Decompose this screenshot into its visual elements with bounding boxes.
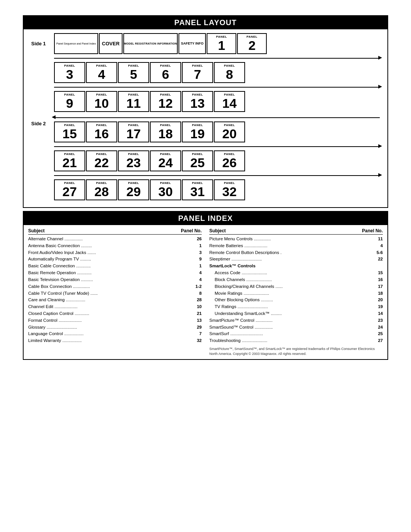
panel-box-21: PANEL 21: [54, 150, 85, 171]
panel-layout-section: Panel Layout Side 1 Panel Sequence and P…: [23, 15, 388, 208]
index-entry: Access Code ..................... 15: [209, 270, 383, 276]
panel-box-20: PANEL 20: [214, 121, 245, 142]
panel-box-3: PANEL 3: [54, 62, 85, 83]
cover-box: COVER: [99, 33, 123, 54]
index-entry: Troubleshooting ..................... 27: [209, 337, 383, 344]
index-entry: Understanding SmartLock™ ......... 14: [209, 310, 383, 317]
panel-row-21-26: PANEL 21 PANEL 22 PANEL 23 PANEL: [54, 150, 380, 171]
panel-box-1: PANEL 1: [207, 33, 236, 54]
panel-box-13: PANEL 13: [182, 91, 213, 112]
row-connector-1: ▶: [54, 56, 380, 61]
panel-box-7: PANEL 7: [182, 62, 213, 83]
panel-box-30: PANEL 30: [150, 179, 181, 200]
panel-box-27: PANEL 27: [54, 179, 85, 200]
index-column-2: Subject Panel No. Picture Menu Controls …: [209, 228, 383, 356]
index-entry: TV Ratings ......................... 19: [209, 304, 383, 310]
index-entry: Automatically Program TV ......... 9: [28, 256, 202, 263]
index-entry: Limited Warranty ................ 32: [28, 337, 202, 344]
index-entry: Antenna Basic Connection ......... 1: [28, 243, 202, 249]
index-entry: Block Channels ..................... 16: [209, 276, 383, 283]
panel-box-26: PANEL 26: [214, 150, 245, 171]
panel-row-15-20: PANEL 15 PANEL 16 PANEL 17 PANEL: [54, 121, 380, 142]
row-connector-side2: ◀: [54, 115, 380, 120]
index-entry: Remote Batteries ................... 4: [209, 243, 383, 249]
panel-box-15: PANEL 15: [54, 121, 85, 142]
index-entry: Format Control ................... 13: [28, 317, 202, 324]
index-entry: Blocking/Clearing All Channels ...... 17: [209, 283, 383, 290]
panel-box-29: PANEL 29: [118, 179, 149, 200]
panel-box-18: PANEL 18: [150, 121, 181, 142]
page-container: Panel Layout Side 1 Panel Sequence and P…: [23, 15, 388, 360]
panel-layout-body: Side 1 Panel Sequence and Panel Index CO…: [24, 29, 387, 207]
panel-box-9: PANEL 9: [54, 91, 85, 112]
panel-box-22: PANEL 22: [86, 150, 117, 171]
index-entry: Alternate Channel ............... 26: [28, 236, 202, 243]
index-entry: Movie Ratings ..................... 18: [209, 290, 383, 297]
panel-box-19: PANEL 19: [182, 121, 213, 142]
index-entry: Glossary ......................... 29: [28, 324, 202, 331]
pre-panel-sequence: Panel Sequence and Panel Index: [54, 33, 98, 54]
trademark-notice: SmartPicture™, SmartSound™, and SmartLoc…: [209, 347, 383, 356]
side2-label: Side 2: [31, 115, 54, 126]
index-entry: Basic Remote Operation ............ 4: [28, 270, 202, 276]
index-entry: SmartSurf ........................... 25: [209, 331, 383, 337]
panel-box-17: PANEL 17: [118, 121, 149, 142]
smartlock-header: SmartLock™ Controls: [209, 263, 383, 270]
panel-box-32: PANEL 32: [214, 179, 245, 200]
index-col2-header: Subject Panel No.: [209, 228, 383, 235]
index-column-1: Subject Panel No. Alternate Channel ....…: [28, 228, 202, 356]
index-entry: Basic Cable Connection ............ 1: [28, 263, 202, 270]
safety-box: SAFETY INFO: [178, 33, 206, 54]
panel-box-23: PANEL 23: [118, 150, 149, 171]
panel-box-4: PANEL 4: [86, 62, 117, 83]
index-col1-header: Subject Panel No.: [28, 228, 202, 235]
index-entry: Picture Menu Controls .............. 11: [209, 236, 383, 243]
index-entry: Cable TV Control (Tuner Mode) ...... 8: [28, 290, 202, 297]
panel-box-14: PANEL 14: [214, 91, 245, 112]
index-entry: Channel Edit ................... 10: [28, 304, 202, 310]
panel-box-2: PANEL 2: [237, 33, 267, 54]
panel-row-3-8: PANEL 3 PANEL 4 PANEL 5 PANEL: [54, 62, 380, 83]
panel-box-5: PANEL 5: [118, 62, 149, 83]
index-entry: Sleeptimer ......................... 22: [209, 256, 383, 263]
panel-box-8: PANEL 8: [214, 62, 245, 83]
panel-row-27-32: PANEL 27 PANEL 28 PANEL 29 PANEL: [54, 179, 380, 200]
index-entry: SmartPicture™ Control .............. 23: [209, 317, 383, 324]
index-entry: Closed Caption Control ............ 21: [28, 310, 202, 317]
panel-box-10: PANEL 10: [86, 91, 117, 112]
panel-index-header: Panel Index: [24, 212, 387, 225]
side1-label: Side 1: [31, 33, 54, 46]
panel-row-0: Panel Sequence and Panel Index COVER MOD…: [54, 33, 380, 54]
index-entry: Cable Box Connection .............. 1-2: [28, 283, 202, 290]
model-reg-box: MODEL REGISTRATION INFORMATION: [123, 33, 178, 54]
panel-layout-header: Panel Layout: [24, 16, 387, 29]
panel-layout-title: Panel Layout: [174, 18, 237, 27]
panel-row-9-14: PANEL 9 PANEL 10 PANEL 11 PANEL: [54, 91, 380, 112]
index-body: Subject Panel No. Alternate Channel ....…: [24, 225, 387, 359]
index-entry: Language Control ................ 7: [28, 331, 202, 337]
side2-area: Side 2 ◀ PANEL 15: [31, 115, 380, 202]
index-entry: Front Audio/Video Input Jacks ....... 3: [28, 249, 202, 256]
panel-box-16: PANEL 16: [86, 121, 117, 142]
panel-box-11: PANEL 11: [118, 91, 149, 112]
panel-box-31: PANEL 31: [182, 179, 213, 200]
index-entry: Other Blocking Options .......... 20: [209, 297, 383, 304]
panel-index-title: Panel Index: [178, 214, 233, 222]
panel-box-28: PANEL 28: [86, 179, 117, 200]
index-entry: Basic Television Operation .......... 4: [28, 276, 202, 283]
row-connector-2: ▶: [54, 85, 380, 90]
panel-box-12: PANEL 12: [150, 91, 181, 112]
panel-box-24: PANEL 24: [150, 150, 181, 171]
index-entry: Remote Control Button Descriptions . 5-6: [209, 249, 383, 256]
index-entry: Care and Cleaning ................ 28: [28, 297, 202, 304]
index-entry: SmartSound™ Control ............... 24: [209, 324, 383, 331]
panel-index-section: Panel Index Subject Panel No. Alternate …: [23, 211, 388, 360]
panel-box-25: PANEL 25: [182, 150, 213, 171]
row-connector-4: ▶: [54, 173, 380, 178]
row-connector-3: ▶: [54, 144, 380, 149]
panel-box-6: PANEL 6: [150, 62, 181, 83]
